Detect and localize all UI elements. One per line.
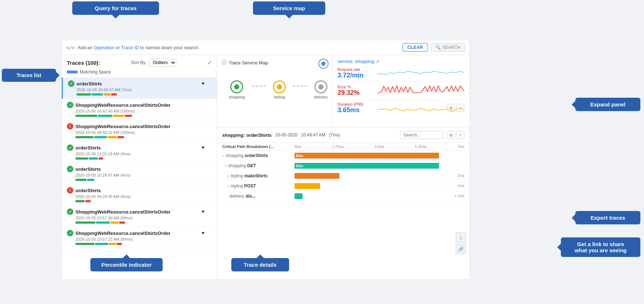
expand-icon[interactable]: ⤢	[207, 60, 212, 66]
bar-teal	[92, 93, 103, 96]
bar-green	[76, 221, 95, 224]
trace-item[interactable]: ! orderShirts 2020-10-05 09:29:45 AM (4m…	[62, 184, 217, 206]
bar-red	[111, 93, 117, 96]
trace-details-header: shopping: orderShirts 10-05-2020 10:49:4…	[217, 127, 469, 143]
trace-time: 2020-10-05 09:29:45 AM (4ms)	[67, 194, 212, 199]
error-pct-row: Error % 29.32% 9:30 AM10:00 AM10:30 AM11…	[338, 84, 464, 97]
error-pct-label-col: Error % 29.32%	[338, 85, 374, 97]
percentile-indicator	[202, 83, 205, 85]
trace-item[interactable]: ✓ ShoppingWebResource.cancelShirtsOrder …	[62, 206, 217, 227]
trace-id-link[interactable]: Trace ID	[121, 45, 139, 50]
bar-yellow	[108, 136, 117, 138]
time-label: 2ms	[458, 174, 464, 178]
info-icon: ⓘ	[222, 59, 227, 66]
trace-status-ok: ✓	[68, 80, 74, 87]
trace-time: 2020-10-05 11:01:18 AM (4ms)	[67, 152, 212, 156]
shopping-dot	[234, 84, 239, 89]
trace-bars	[67, 200, 212, 202]
gantt-label-header: Critical Path Breakdown (...	[222, 144, 295, 149]
trace-item[interactable]: ✓ orderShirts 2020-10-05 11:01:18 AM (4m…	[62, 142, 217, 163]
trace-details-callout: Trace details	[231, 258, 289, 271]
focus-button[interactable]	[318, 59, 329, 69]
get-link-callout: Get a link to share what you are seeing	[561, 237, 640, 257]
gantt-bar	[295, 193, 302, 199]
export-buttons: ↓ 🔗	[456, 232, 466, 254]
error-pct-value: 29.32%	[338, 89, 374, 97]
sort-by-control: Sort By: Outliers	[131, 59, 176, 67]
expand-trace-icon[interactable]: ⤢	[456, 131, 464, 139]
service-stats-title: service: shopping ↗	[338, 59, 464, 64]
bar-red	[117, 136, 124, 138]
trace-bars	[68, 93, 212, 96]
trace-item[interactable]: ✓ ShoppingWebResource.cancelShirtsOrder …	[62, 99, 217, 120]
gantt-row-label: – styling POST	[222, 183, 295, 189]
expand-panel-callout: Expand panel	[575, 98, 640, 111]
service-map-viz: shopping styling	[222, 80, 328, 99]
trace-item[interactable]: ✓ orderShirts 2020-10-05 10:28:47 AM (4m…	[62, 163, 217, 184]
trace-name: orderShirts	[76, 145, 101, 151]
clear-button[interactable]: CLEAR	[403, 43, 428, 52]
separator-1	[338, 82, 464, 82]
bar-green	[76, 179, 86, 181]
traces-list-callout: Traces list	[2, 69, 56, 82]
trace-item[interactable]: ✓ orderShirts 2020-10-05 10:49:47 AM (7m…	[62, 77, 217, 99]
operation-link[interactable]: Operation	[94, 45, 114, 50]
service-map-title: ⓘ Trace Service Map	[222, 59, 328, 66]
search-button[interactable]: 🔍 SEARCH	[431, 43, 465, 52]
traces-title: Traces (100):	[67, 60, 100, 66]
request-rate-label: Request rate	[338, 67, 374, 72]
trace-name: orderShirts	[77, 81, 102, 86]
trace-name: ShoppingWebResource.cancelShirtsOrder	[76, 102, 171, 108]
search-hint-text: Add an Operation or Trace ID to narrow d…	[77, 45, 400, 50]
trace-time: 2020-10-05 10:28:47 AM (4ms)	[67, 173, 212, 177]
duration-label: Duration (P95)	[338, 102, 374, 106]
sort-select[interactable]: Outliers	[149, 59, 176, 67]
gantt-row[interactable]: – shopping orderShirts 6ms	[217, 151, 469, 161]
shopping-label: shopping	[229, 95, 245, 99]
duration-label-col: Duration (P95) 3.65ms	[338, 102, 374, 114]
gantt-row[interactable]: – styling POST 1ms	[217, 181, 469, 191]
export-traces-callout: Export traces	[575, 211, 640, 224]
gantt-row-label: – shopping GET	[222, 163, 295, 168]
focus-icon	[321, 62, 326, 66]
right-panel: ⓘ Trace Service Map shopping	[217, 55, 469, 279]
link-button[interactable]: 🔗	[456, 244, 466, 254]
trace-status-error: !	[67, 123, 73, 130]
trace-status-ok: ✓	[67, 166, 73, 172]
trace-name: ShoppingWebResource.cancelShirtsOrder	[76, 124, 171, 129]
bar-teal	[89, 157, 98, 160]
trace-status-error: !	[67, 187, 73, 194]
gantt-row[interactable]: delivery dis... < 1ms	[217, 191, 469, 201]
trace-details-name: shopping: orderShirts	[222, 132, 272, 138]
search-bar: </> Add an Operation or Trace ID to narr…	[62, 40, 469, 55]
traces-list: ✓ orderShirts 2020-10-05 10:49:47 AM (7m…	[62, 77, 217, 248]
request-rate-value: 3.72/min	[338, 72, 374, 79]
gantt-row[interactable]: – styling makeShirts 2ms	[217, 171, 469, 181]
trace-time: 2020-10-05 10:42:40 AM (100ms)	[67, 109, 212, 113]
main-ui: </> Add an Operation or Trace ID to narr…	[61, 40, 470, 280]
gantt-row[interactable]: – shopping GET 6ms	[217, 161, 469, 171]
trace-name: orderShirts	[76, 188, 101, 193]
trace-item[interactable]: ✓ ShoppingWebResource.cancelShirtsOrder …	[62, 227, 217, 248]
download-button[interactable]: ↓	[456, 232, 466, 242]
bar-yellow	[113, 115, 124, 117]
gantt-bar: 6ms	[295, 163, 439, 169]
request-rate-row: Request rate 3.72/min 10:00 AM 11:00 AM	[338, 67, 464, 80]
bar-red	[85, 200, 91, 202]
trace-status-ok: ✓	[67, 230, 73, 236]
trace-bars	[67, 179, 212, 181]
trace-item[interactable]: ! ShoppingWebResource.cancelShirtsOrder …	[62, 120, 217, 142]
matching-spans: Matching Spans	[62, 69, 217, 77]
trace-status-ok: ✓	[67, 208, 73, 215]
bar-red	[119, 221, 125, 224]
gantt-bar-area	[295, 193, 451, 199]
trace-search-input[interactable]	[400, 131, 443, 139]
styling-dot	[277, 84, 282, 89]
external-link-icon[interactable]: ↗	[375, 59, 379, 64]
gantt-bar-area	[295, 183, 455, 189]
service-stats: service: shopping ↗ ⧉ ⤢ Request rate 3.7…	[332, 55, 469, 127]
gantt-timeline-header: Critical Path Breakdown (... 0ms1.75ms3.…	[217, 143, 469, 151]
copy-trace-icon[interactable]: ⧉	[447, 131, 455, 139]
separator-2	[338, 99, 464, 100]
trace-name: ShoppingWebResource.cancelShirtsOrder	[76, 209, 171, 215]
